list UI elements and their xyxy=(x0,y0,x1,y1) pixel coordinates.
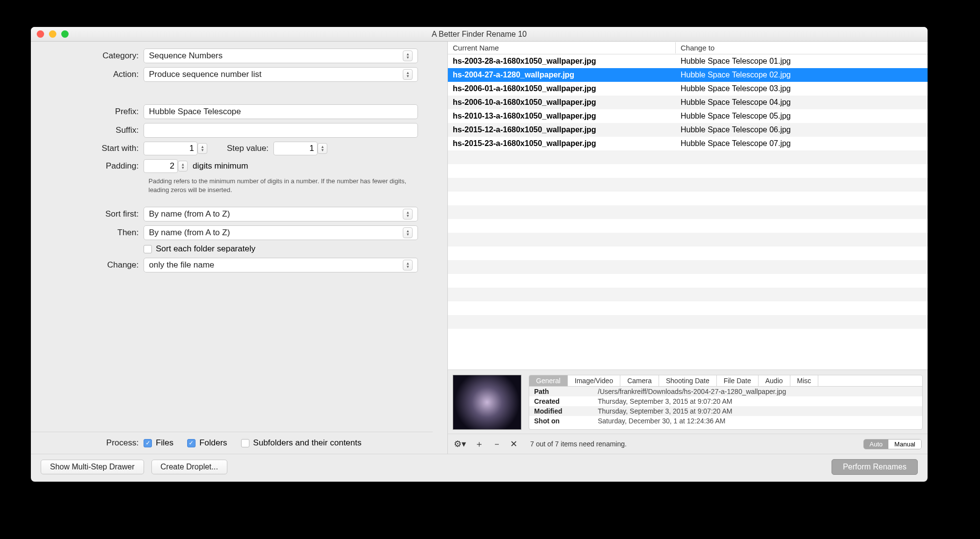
table-row-empty xyxy=(448,150,928,164)
category-label: Category: xyxy=(31,51,144,61)
table-row-empty xyxy=(448,233,928,246)
table-row[interactable]: hs-2010-13-a-1680x1050_wallpaper.jpgHubb… xyxy=(448,109,928,123)
file-table[interactable]: hs-2003-28-a-1680x1050_wallpaper.jpgHubb… xyxy=(448,54,928,369)
start-stepper[interactable] xyxy=(144,142,197,155)
start-label: Start with: xyxy=(31,144,144,153)
files-checkbox[interactable]: ✓ xyxy=(144,439,152,447)
cell-changeto: Hubble Space Telescope 07.jpg xyxy=(676,138,928,149)
suffix-label: Suffix: xyxy=(31,125,144,135)
table-row-empty xyxy=(448,260,928,274)
col-change-to[interactable]: Change to xyxy=(676,42,928,53)
status-text: 7 out of 7 items need renaming. xyxy=(530,440,627,448)
cell-current: hs-2006-10-a-1680x1050_wallpaper.jpg xyxy=(448,97,676,108)
cell-changeto: Hubble Space Telescope 05.jpg xyxy=(676,110,928,122)
table-row[interactable]: hs-2006-01-a-1680x1050_wallpaper.jpgHubb… xyxy=(448,82,928,96)
gear-icon[interactable]: ⚙︎▾ xyxy=(454,439,466,449)
tab-general[interactable]: General xyxy=(529,375,568,386)
close-x-icon[interactable]: ✕ xyxy=(510,439,517,449)
sort1-label: Sort first: xyxy=(31,209,144,219)
close-icon[interactable] xyxy=(37,30,44,38)
create-droplet-button[interactable]: Create Droplet... xyxy=(151,460,227,474)
tab-shooting-date[interactable]: Shooting Date xyxy=(659,375,717,386)
cell-current: hs-2015-23-a-1680x1050_wallpaper.jpg xyxy=(448,138,676,149)
folders-label: Folders xyxy=(199,438,227,448)
seg-auto[interactable]: Auto xyxy=(864,440,889,449)
padding-stepper[interactable] xyxy=(144,159,178,173)
chevron-updown-icon: ▴▾ xyxy=(403,50,413,61)
action-value: Produce sequence number list xyxy=(149,70,262,79)
seg-manual[interactable]: Manual xyxy=(888,440,921,449)
table-row[interactable]: hs-2003-28-a-1680x1050_wallpaper.jpgHubb… xyxy=(448,54,928,68)
stepper-arrows-icon[interactable]: ▴▾ xyxy=(178,161,188,172)
process-label: Process: xyxy=(31,438,144,448)
sort2-label: Then: xyxy=(31,228,144,238)
suffix-input[interactable] xyxy=(144,123,418,138)
table-row[interactable]: hs-2006-10-a-1680x1050_wallpaper.jpgHubb… xyxy=(448,96,928,109)
detail-row: CreatedThursday, September 3, 2015 at 9:… xyxy=(529,396,922,406)
multi-step-button[interactable]: Show Multi-Step Drawer xyxy=(41,460,144,474)
prefix-input[interactable] xyxy=(144,104,418,119)
plus-icon[interactable]: ＋ xyxy=(475,438,484,450)
change-select[interactable]: only the file name ▴▾ xyxy=(144,258,418,272)
stepper-arrows-icon[interactable]: ▴▾ xyxy=(318,143,327,154)
detail-key: Modified xyxy=(534,407,598,415)
step-stepper[interactable] xyxy=(273,142,318,155)
minus-icon[interactable]: － xyxy=(492,438,501,450)
tab-camera[interactable]: Camera xyxy=(620,375,659,386)
subfolders-checkbox[interactable] xyxy=(241,439,249,447)
app-window: A Better Finder Rename 10 Category: Sequ… xyxy=(31,27,928,482)
change-label: Change: xyxy=(31,260,144,270)
table-row[interactable]: hs-2004-27-a-1280_wallpaper.jpgHubble Sp… xyxy=(448,68,928,82)
category-select[interactable]: Sequence Numbers ▴▾ xyxy=(144,49,418,63)
chevron-updown-icon: ▴▾ xyxy=(403,69,413,80)
detail-row: ModifiedThursday, September 3, 2015 at 9… xyxy=(529,406,922,416)
table-row-empty xyxy=(448,315,928,329)
preview-thumbnail xyxy=(453,375,521,430)
table-row-empty xyxy=(448,219,928,233)
auto-manual-segment[interactable]: Auto Manual xyxy=(863,439,922,449)
padding-tail: digits minimum xyxy=(193,161,248,171)
sort1-select[interactable]: By name (from A to Z) ▴▾ xyxy=(144,207,418,221)
perform-renames-button[interactable]: Perform Renames xyxy=(832,459,918,475)
tab-image-video[interactable]: Image/Video xyxy=(568,375,620,386)
action-select[interactable]: Produce sequence number list ▴▾ xyxy=(144,67,418,82)
table-header: Current Name Change to xyxy=(448,42,928,54)
col-current-name[interactable]: Current Name xyxy=(448,42,676,53)
subfolders-label: Subfolders and their contents xyxy=(253,438,362,448)
files-label: Files xyxy=(156,438,173,448)
prefix-label: Prefix: xyxy=(31,107,144,117)
cell-current: hs-2015-12-a-1680x1050_wallpaper.jpg xyxy=(448,124,676,136)
chevron-updown-icon: ▴▾ xyxy=(403,227,413,238)
folders-checkbox[interactable]: ✓ xyxy=(187,439,196,447)
detail-tabs: GeneralImage/VideoCameraShooting DateFil… xyxy=(529,375,922,387)
table-row-empty xyxy=(448,178,928,192)
detail-key: Created xyxy=(534,397,598,405)
zoom-icon[interactable] xyxy=(61,30,69,38)
titlebar: A Better Finder Rename 10 xyxy=(31,27,928,42)
sort2-select[interactable]: By name (from A to Z) ▴▾ xyxy=(144,225,418,240)
cell-current: hs-2010-13-a-1680x1050_wallpaper.jpg xyxy=(448,110,676,122)
table-row-empty xyxy=(448,192,928,205)
cell-changeto: Hubble Space Telescope 01.jpg xyxy=(676,55,928,67)
detail-value: /Users/frankreiff/Downloads/hs-2004-27-a… xyxy=(598,388,786,395)
detail-key: Shot on xyxy=(534,417,598,425)
window-title: A Better Finder Rename 10 xyxy=(31,30,928,39)
table-row-empty xyxy=(448,301,928,315)
cell-current: hs-2003-28-a-1680x1050_wallpaper.jpg xyxy=(448,55,676,67)
sort1-value: By name (from A to Z) xyxy=(149,209,230,219)
table-row-empty xyxy=(448,164,928,178)
table-row[interactable]: hs-2015-12-a-1680x1050_wallpaper.jpgHubb… xyxy=(448,123,928,137)
cell-current: hs-2006-01-a-1680x1050_wallpaper.jpg xyxy=(448,83,676,95)
sort2-value: By name (from A to Z) xyxy=(149,228,230,238)
sort-each-checkbox[interactable] xyxy=(144,245,152,253)
cell-changeto: Hubble Space Telescope 06.jpg xyxy=(676,124,928,136)
tab-file-date[interactable]: File Date xyxy=(717,375,759,386)
cell-changeto: Hubble Space Telescope 02.jpg xyxy=(676,69,928,81)
stepper-arrows-icon[interactable]: ▴▾ xyxy=(197,143,207,154)
tab-misc[interactable]: Misc xyxy=(790,375,819,386)
tab-audio[interactable]: Audio xyxy=(759,375,790,386)
minimize-icon[interactable] xyxy=(49,30,56,38)
chevron-updown-icon: ▴▾ xyxy=(403,209,413,220)
table-row-empty xyxy=(448,246,928,260)
table-row[interactable]: hs-2015-23-a-1680x1050_wallpaper.jpgHubb… xyxy=(448,137,928,150)
